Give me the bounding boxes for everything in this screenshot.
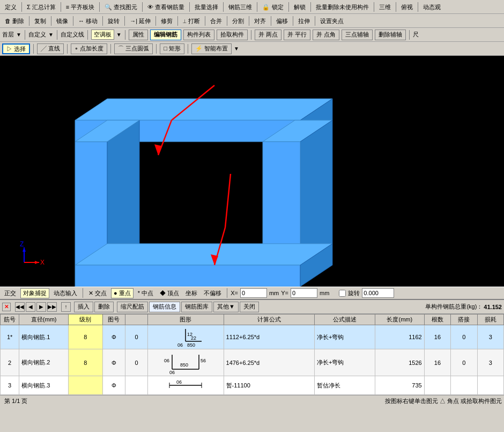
nav-last[interactable]: ▶▶ <box>47 302 57 312</box>
sep10 <box>374 2 374 12</box>
btn-rebar-info[interactable]: 钢筋信息 <box>149 302 180 312</box>
btn-point-length[interactable]: ∘ 点加长度 <box>71 43 107 54</box>
btn-move[interactable]: ↔ 移动 <box>76 15 100 27</box>
smart-dropdown-icon[interactable]: ▼ <box>234 46 239 52</box>
btn-trim[interactable]: 修剪 <box>158 15 175 27</box>
custom-dropdown-icon[interactable]: ▼ <box>48 32 54 38</box>
btn-mirror[interactable]: 镜像 <box>54 15 71 27</box>
btn-angle-point[interactable]: 并 点角 <box>313 30 339 40</box>
svg-text:850: 850 <box>187 342 195 348</box>
btn-member-list[interactable]: 构件列表 <box>183 30 214 40</box>
btn-edit-rebar[interactable]: 编辑钢筋 <box>150 30 181 40</box>
svg-marker-0 <box>75 99 332 120</box>
svg-marker-21 <box>35 261 39 264</box>
btn-merge[interactable]: 合并 <box>207 15 225 27</box>
sep-prop5 <box>251 30 251 40</box>
menu-lock[interactable]: 🔒 锁定 <box>260 1 286 13</box>
status-midpoint[interactable]: ● 重点 <box>111 288 134 298</box>
btn-del-row[interactable]: 删除 <box>94 302 114 312</box>
ruler-icon[interactable]: 尺 <box>413 31 419 39</box>
th-desc: 公式描述 <box>314 314 375 325</box>
cell-len-2: 1526 <box>375 349 424 376</box>
status-intersection[interactable]: ✕ 交点 <box>86 289 109 298</box>
sep9 <box>310 2 311 12</box>
x-input[interactable] <box>240 288 267 298</box>
btn-split[interactable]: 分割 <box>229 15 247 27</box>
menu-batch-select[interactable]: 批量选择 <box>192 1 221 13</box>
table-row[interactable]: 2 横向钢筋.2 8 Φ 0 06 850 56 06 <box>1 349 504 376</box>
menu-unlock[interactable]: 解锁 <box>291 1 308 13</box>
menu-sum[interactable]: Σ 汇总计算 <box>24 1 58 13</box>
menu-dynamic[interactable]: 动态观 <box>420 1 443 13</box>
close-button[interactable]: ✕ <box>2 303 11 311</box>
menu-align[interactable]: ≡ 平齐板块 <box>63 1 97 13</box>
status-center[interactable]: * 中点 <box>136 289 155 298</box>
btn-align[interactable]: 对齐 <box>251 15 269 27</box>
status-coord[interactable]: 坐标 <box>183 289 199 298</box>
status-vertex[interactable]: ◆ 顶点 <box>158 289 181 298</box>
cell-count-3 <box>424 376 450 395</box>
svg-text:06: 06 <box>169 370 175 375</box>
btn-delete-axis[interactable]: 删除辅轴 <box>375 30 406 40</box>
footer-tip: 按图标右键单击图元 △ 角点 或拾取构件图元 <box>385 397 502 405</box>
type-dropdown-icon[interactable]: ▼ <box>116 32 122 38</box>
btn-select[interactable]: ▷ 选择 <box>2 43 30 54</box>
btn-offset[interactable]: 偏移 <box>273 15 291 27</box>
menu-find[interactable]: 🔍 查找图元 <box>102 1 140 13</box>
btn-other[interactable]: 其他▼ <box>213 302 239 312</box>
cell-len-3: 735 <box>375 376 424 395</box>
btn-property[interactable]: 属性 <box>129 30 148 40</box>
th-figure: 图形 <box>148 314 224 325</box>
layer-dropdown-icon[interactable]: ▼ <box>16 32 21 38</box>
rotate-input[interactable] <box>362 288 394 298</box>
viewport[interactable]: Z X <box>0 56 504 287</box>
menu-batch-delete[interactable]: 批量删除未使用构件 <box>313 1 372 13</box>
btn-close[interactable]: 关闭 <box>240 302 259 312</box>
menu-view-rebar[interactable]: 👁 查看钢筋量 <box>145 1 187 13</box>
btn-parallel[interactable]: 并 平行 <box>284 30 310 40</box>
nav-first[interactable]: ◀◀ <box>15 302 25 312</box>
btn-arc[interactable]: ⌒ 三点圆弧 <box>114 43 153 54</box>
btn-extend[interactable]: →| 延伸 <box>127 15 153 27</box>
menu-top-view[interactable]: 俯视 <box>398 1 416 13</box>
btn-copy[interactable]: 复制 <box>32 15 49 27</box>
btn-rebar-lib[interactable]: 钢筋图库 <box>181 302 212 312</box>
nav-up[interactable]: ↑ <box>61 302 71 312</box>
btn-grip[interactable]: 设置夹点 <box>317 15 346 27</box>
menu-rebar-3d[interactable]: 钢筋三维 <box>226 1 255 13</box>
layer-label: 首层 <box>2 31 14 39</box>
btn-insert[interactable]: 插入 <box>74 302 93 312</box>
btn-line[interactable]: ╱ 直线 <box>37 43 64 54</box>
btn-stretch[interactable]: 拉伸 <box>295 15 313 27</box>
btn-pick-member[interactable]: 拾取构件 <box>217 30 248 40</box>
menu-3d[interactable]: 三维 <box>376 1 394 13</box>
table-row[interactable]: 1* 横向钢筋.1 8 Φ 0 12 22 06 850 <box>1 325 504 349</box>
btn-rotate[interactable]: 旋转 <box>105 15 122 27</box>
status-ortho[interactable]: 正交 <box>2 289 18 298</box>
figure-svg-2: 06 850 56 06 <box>161 350 210 375</box>
rotate-checkbox[interactable] <box>339 290 346 297</box>
y-input[interactable] <box>291 288 317 298</box>
btn-delete[interactable]: 🗑 删除 <box>2 15 27 27</box>
nav-next[interactable]: ▶ <box>36 302 46 312</box>
type-select[interactable]: 空调板 <box>91 30 114 40</box>
sep1 <box>21 2 22 12</box>
menu-define[interactable]: 定义 <box>2 1 19 13</box>
viewport-svg: Z X <box>0 56 504 287</box>
cell-no-1: 1* <box>1 325 19 349</box>
btn-scale-rebar[interactable]: 缩尺配筋 <box>117 302 148 312</box>
th-grade: 图号 <box>102 314 125 325</box>
cell-formula-1: 1112+6.25*d <box>224 325 314 349</box>
nav-prev[interactable]: ◀ <box>26 302 35 312</box>
btn-two-point[interactable]: 并 两点 <box>255 30 281 40</box>
table-container[interactable]: 筋号 直径(mm) 级别 图号 图形 计算公式 公式描述 长度(mm) 根数 搭… <box>0 314 504 395</box>
btn-smart-layout[interactable]: ⚡ 智能布置 <box>191 43 232 54</box>
btn-three-point-axis[interactable]: 三点辅轴 <box>342 30 373 40</box>
status-snap[interactable]: 对象捕捉 <box>20 288 49 298</box>
status-dynamic-input[interactable]: 动态输入 <box>51 289 79 298</box>
btn-break[interactable]: ⟂ 打断 <box>180 15 203 27</box>
figure-svg-1: 12 22 06 850 <box>161 326 210 348</box>
table-row[interactable]: 3 横向钢筋.3 Φ 06 暂-11100 暂估净长 <box>1 376 504 395</box>
status-nooffset[interactable]: 不偏移 <box>202 289 224 298</box>
btn-rect[interactable]: □ 矩形 <box>160 43 184 54</box>
